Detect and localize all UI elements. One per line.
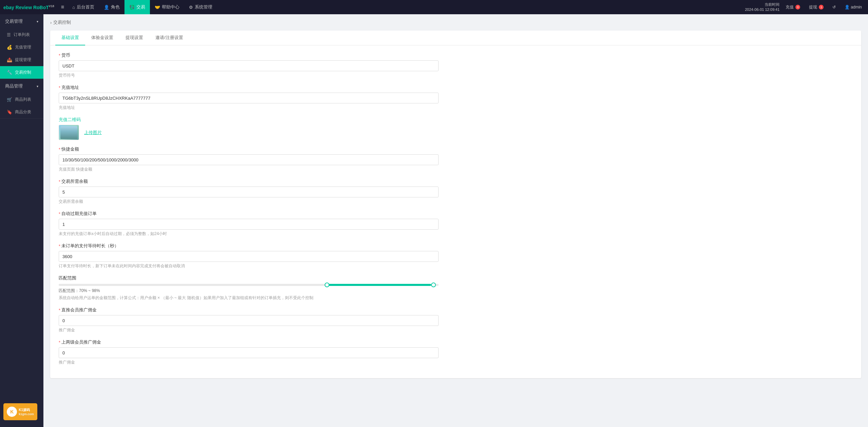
auto-expire-hint: 未支付的充值订单x小时后自动过期，必须为整数，如24小时	[59, 231, 853, 237]
nav-item-trade[interactable]: 💱 交易	[124, 0, 150, 14]
tab-bar: 基础设置 体验金设置 提现设置 邀请/注册设置	[50, 31, 861, 45]
min-balance-hint: 交易所需余额	[59, 199, 853, 205]
form-group-quick-amount: * 快捷金额 充值页面 快捷金额	[59, 146, 853, 172]
menu-toggle-icon[interactable]: ≡	[58, 4, 67, 10]
layout: 交易管理 ▾ ☰ 订单列表 💰 充值管理 📤 提现管理 🔧 交易控制 商品	[0, 14, 868, 427]
recharge-addr-label: * 充值地址	[59, 84, 853, 91]
form-group-promo: * 直推会员推广佣金 推广佣金	[59, 307, 853, 333]
tab-withdraw[interactable]: 提现设置	[119, 31, 149, 45]
nav-items: ⌂ 后台首页 👤 角色 💱 交易 🤝 帮助中心 ⚙ 系统管理	[67, 0, 745, 14]
recharge-addr-input[interactable]	[59, 93, 439, 103]
auto-expire-label: * 自动过期充值订单	[59, 211, 853, 217]
help-icon: 🤝	[155, 5, 160, 10]
form-group-min-balance: * 交易所需余额 交易所需余额	[59, 178, 853, 205]
slider-track	[59, 284, 439, 286]
chevron-down-icon: ▾	[37, 20, 38, 23]
product-list-icon: 🛒	[7, 97, 12, 102]
main-content: › 交易控制 基础设置 体验金设置 提现设置 邀请/注册设置 * 货币	[43, 14, 868, 427]
nav-item-help[interactable]: 🤝 帮助中心	[150, 0, 184, 14]
refresh-btn[interactable]: ↺	[830, 4, 838, 11]
quick-amount-hint: 充值页面 快捷金额	[59, 167, 853, 172]
withdraw-icon: 📤	[7, 57, 12, 62]
match-range-hint: 系统自动给用户运单的金额范围，计算公式：用户余额 × （最小 ~ 最大 随机值）…	[59, 295, 853, 301]
sidebar-item-orders[interactable]: ☰ 订单列表	[0, 28, 43, 41]
watermark: K K1源码 k1gm.com	[3, 403, 37, 420]
form-group-qr: 充值二维码 上传图片	[59, 117, 853, 140]
form-body: * 货币 货币符号 * 充值地址 充值地址 充	[50, 45, 861, 378]
orders-icon: ☰	[7, 32, 11, 37]
nav-item-role[interactable]: 👤 角色	[99, 0, 124, 14]
nav-item-system[interactable]: ⚙ 系统管理	[184, 0, 217, 14]
qr-preview-image	[60, 126, 77, 139]
quick-amount-label: * 快捷金额	[59, 146, 853, 152]
sidebar-group-product-header[interactable]: 商品管理 ▾	[0, 79, 43, 93]
form-group-currency: * 货币 货币符号	[59, 52, 853, 78]
qr-upload-area: 上传图片	[59, 125, 853, 140]
user-menu-btn[interactable]: 👤 admin	[842, 4, 865, 11]
top-nav: ebay Review RoBoTV18 ≡ ⌂ 后台首页 👤 角色 💱 交易 …	[0, 0, 868, 14]
match-range-value: 匹配范围：70% ~ 98%	[59, 288, 853, 294]
auto-expire-input[interactable]	[59, 219, 439, 230]
sidebar-group-trade-header[interactable]: 交易管理 ▾	[0, 14, 43, 28]
datetime-display: 当前时间 2024-06-01 12:09:41	[745, 2, 779, 13]
currency-hint: 货币符号	[59, 73, 853, 78]
slider-fill	[325, 284, 431, 286]
form-group-super-promo: * 上两级会员推广佣金 推广佣金	[59, 339, 853, 365]
sidebar-group-product: 商品管理 ▾ 🛒 商品列表 🔖 商品分类	[0, 79, 43, 119]
product-category-icon: 🔖	[7, 110, 12, 115]
sidebar-item-product-list[interactable]: 🛒 商品列表	[0, 93, 43, 106]
form-group-auto-expire: * 自动过期充值订单 未支付的充值订单x小时后自动过期，必须为整数，如24小时	[59, 211, 853, 237]
chevron-down-icon-2: ▾	[37, 84, 38, 88]
sidebar-item-product-category[interactable]: 🔖 商品分类	[0, 106, 43, 118]
withdraw-badge: 1	[819, 5, 824, 9]
tab-experience[interactable]: 体验金设置	[85, 31, 119, 45]
home-icon: ⌂	[72, 5, 75, 10]
recharge-nav-btn[interactable]: 充值 0	[783, 3, 803, 11]
recharge-addr-hint: 充值地址	[59, 105, 853, 111]
recharge-icon: 💰	[7, 45, 12, 50]
form-group-wait-time: * 未订单的支付等待时长（秒） 订单支付等待时长，新下订单未在此时间内容完成支付…	[59, 243, 853, 269]
slider-thumb-max[interactable]	[431, 283, 436, 287]
min-balance-input[interactable]	[59, 187, 439, 197]
trade-icon: 💱	[129, 5, 135, 10]
match-range-slider-container	[59, 284, 439, 286]
wait-time-hint: 订单支付等待时长，新下订单未在此时间内容完成支付将会被自动取消	[59, 263, 853, 269]
super-promo-label: * 上两级会员推广佣金	[59, 339, 853, 345]
sidebar-item-trade-control[interactable]: 🔧 交易控制	[0, 66, 43, 79]
upload-image-btn[interactable]: 上传图片	[84, 130, 102, 136]
app-logo: ebay Review RoBoTV18	[3, 4, 54, 10]
tab-basic[interactable]: 基础设置	[55, 31, 85, 45]
user-icon: 👤	[845, 5, 850, 9]
sidebar-group-trade: 交易管理 ▾ ☰ 订单列表 💰 充值管理 📤 提现管理 🔧 交易控制	[0, 14, 43, 79]
super-promo-hint: 推广佣金	[59, 360, 853, 365]
super-promo-input[interactable]	[59, 347, 439, 358]
nav-item-home[interactable]: ⌂ 后台首页	[67, 0, 99, 14]
sidebar-item-recharge[interactable]: 💰 充值管理	[0, 41, 43, 54]
recharge-badge: 0	[795, 5, 800, 9]
main-card: 基础设置 体验金设置 提现设置 邀请/注册设置 * 货币 货币符号	[50, 31, 861, 378]
qr-label: 充值二维码	[59, 117, 853, 123]
slider-thumb-min[interactable]	[325, 283, 329, 287]
withdraw-nav-btn[interactable]: 提现 1	[806, 3, 826, 11]
qr-preview	[59, 125, 79, 140]
tab-invite[interactable]: 邀请/注册设置	[149, 31, 189, 45]
quick-amount-input[interactable]	[59, 154, 439, 165]
watermark-text: K1源码 k1gm.com	[19, 408, 34, 416]
promo-hint: 推广佣金	[59, 327, 853, 333]
min-balance-label: * 交易所需余额	[59, 178, 853, 185]
promo-input[interactable]	[59, 315, 439, 326]
match-range-label: 匹配范围	[59, 275, 853, 281]
sidebar-item-withdraw[interactable]: 📤 提现管理	[0, 54, 43, 66]
currency-input[interactable]	[59, 60, 439, 71]
control-icon: 🔧	[7, 70, 12, 75]
wait-time-input[interactable]	[59, 251, 439, 262]
role-icon: 👤	[104, 5, 109, 10]
form-group-recharge-addr: * 充值地址 充值地址	[59, 84, 853, 111]
currency-label: * 货币	[59, 52, 853, 58]
nav-right: 当前时间 2024-06-01 12:09:41 充值 0 提现 1 ↺ 👤 a…	[745, 2, 865, 13]
form-group-match-range: 匹配范围 匹配范围：70% ~ 98% 系统自动给用户运单的金额范围，计算公式：…	[59, 275, 853, 301]
system-icon: ⚙	[189, 5, 193, 10]
breadcrumb-sep: ›	[50, 20, 52, 25]
wait-time-label: * 未订单的支付等待时长（秒）	[59, 243, 853, 249]
breadcrumb: › 交易控制	[50, 19, 861, 25]
